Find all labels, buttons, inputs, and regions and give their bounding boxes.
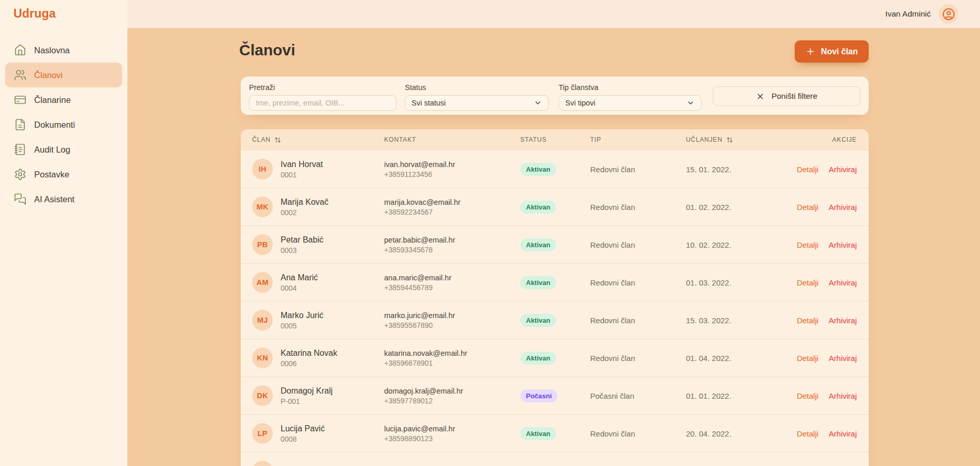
- archive-link[interactable]: Arhiviraj: [829, 392, 857, 400]
- membership-type-select[interactable]: Svi tipovi: [559, 95, 701, 111]
- main-content: Članovi Novi član Pretraži Status Svi st…: [127, 28, 980, 466]
- contact-cell: petar.babic@email.hr +38593345678: [384, 236, 520, 254]
- member-phone: +38595567890: [384, 321, 520, 329]
- new-member-button[interactable]: Novi član: [795, 40, 869, 63]
- status-cell: Aktivan: [520, 163, 590, 176]
- table-body: IH Ivan Horvat 0001 ivan.horvat@email.hr…: [241, 150, 869, 466]
- member-name: Ivan Horvat: [281, 160, 323, 169]
- column-label: UČLANJEN: [686, 136, 723, 143]
- member-phone: +38593345678: [384, 246, 520, 254]
- archive-link[interactable]: Arhiviraj: [829, 240, 857, 249]
- member-id: 0006: [281, 359, 337, 368]
- joined-date-cell: 01. 01. 2022.: [686, 392, 796, 400]
- avatar: DK: [252, 385, 273, 406]
- column-header-kontakt: KONTAKT: [384, 136, 520, 143]
- membership-type-cell: Redovni član: [590, 165, 686, 174]
- actions-cell: Detalji Arhiviraj: [796, 354, 857, 363]
- actions-cell: Detalji Arhiviraj: [796, 240, 857, 249]
- sidebar-item-audit-log[interactable]: Audit Log: [5, 137, 122, 162]
- member-cell: DK Domagoj Kralj P-001: [252, 385, 384, 406]
- archive-link[interactable]: Arhiviraj: [829, 203, 857, 212]
- sidebar-item-clanarine[interactable]: Članarine: [5, 87, 122, 112]
- sidebar-item-ai-asistent[interactable]: AI Asistent: [5, 187, 122, 212]
- user-circle-icon: [942, 8, 955, 21]
- details-link[interactable]: Detalji: [797, 316, 818, 325]
- member-email: marija.kovac@email.hr: [384, 198, 520, 206]
- member-name: Katarina Novak: [281, 349, 337, 358]
- column-header-tip: TIP: [590, 136, 686, 143]
- column-header-clan[interactable]: ČLAN: [252, 136, 384, 143]
- column-label: TIP: [590, 136, 601, 143]
- member-phone: +38597789012: [384, 397, 520, 405]
- column-header-akcije: AKCIJE: [796, 136, 857, 143]
- user-avatar[interactable]: [939, 4, 958, 24]
- table-row: MJ Marko Jurić 0005 marko.juric@email.hr…: [241, 301, 869, 339]
- contact-cell: marko.juric@email.hr +38595567890: [384, 311, 520, 329]
- details-link[interactable]: Detalji: [797, 354, 818, 363]
- column-header-status: STATUS: [520, 136, 590, 143]
- actions-cell: Detalji Arhiviraj: [796, 392, 857, 400]
- table-row: AM Ana Marić 0004 ana.maric@email.hr +38…: [241, 263, 869, 301]
- sidebar-item-naslovna[interactable]: Naslovna: [5, 38, 122, 63]
- member-name: Domagoj Kralj: [281, 386, 332, 396]
- details-link[interactable]: Detalji: [797, 240, 818, 249]
- status-badge: Aktivan: [520, 352, 556, 365]
- details-link[interactable]: Detalji: [797, 392, 818, 400]
- status-cell: Počasni: [520, 389, 590, 402]
- contact-cell: marija.kovac@email.hr +38592234567: [384, 198, 520, 216]
- status-select-value: Svi statusi: [412, 99, 446, 107]
- avatar: [252, 461, 273, 466]
- archive-link[interactable]: Arhiviraj: [829, 165, 857, 174]
- member-id: 0002: [281, 208, 328, 217]
- chevron-down-icon: [534, 99, 542, 107]
- status-label: Status: [405, 83, 549, 92]
- member-cell: MK Marija Kovač 0002: [252, 197, 384, 217]
- sidebar-item-dokumenti[interactable]: Dokumenti: [5, 112, 122, 137]
- table-row: MK Marija Kovač 0002 marija.kovac@email.…: [241, 188, 869, 226]
- filters-panel: Pretraži Status Svi statusi Tip članstva…: [241, 77, 869, 115]
- status-cell: Aktivan: [520, 427, 590, 440]
- search-input[interactable]: [249, 95, 397, 111]
- details-link[interactable]: Detalji: [797, 278, 818, 287]
- avatar: IH: [252, 159, 273, 179]
- member-name: Marija Kovač: [281, 198, 328, 207]
- chat-icon: [14, 193, 26, 205]
- x-icon: [756, 92, 765, 101]
- sort-icon[interactable]: [726, 137, 733, 143]
- status-cell: Aktivan: [520, 238, 590, 251]
- reset-filters-button[interactable]: Poništi filtere: [713, 86, 860, 106]
- table-row: KN Katarina Novak 0006 katarina.novak@em…: [241, 339, 869, 377]
- member-email: lucija.pavic@email.hr: [384, 425, 520, 433]
- archive-link[interactable]: Arhiviraj: [829, 278, 857, 287]
- notebook-icon: [14, 143, 26, 156]
- status-badge: Aktivan: [520, 276, 556, 289]
- archive-link[interactable]: Arhiviraj: [829, 429, 857, 438]
- sidebar-item-label: Dokumenti: [34, 120, 75, 130]
- status-select[interactable]: Svi statusi: [405, 95, 549, 111]
- status-cell: Aktivan: [520, 314, 590, 327]
- details-link[interactable]: Detalji: [797, 203, 818, 212]
- sort-icon[interactable]: [274, 137, 281, 143]
- archive-link[interactable]: Arhiviraj: [829, 316, 857, 325]
- joined-date-cell: 10. 02. 2022.: [686, 240, 796, 249]
- membership-type-cell: Redovni član: [590, 203, 686, 212]
- actions-cell: Detalji Arhiviraj: [796, 165, 857, 174]
- column-header-uclanjen[interactable]: UČLANJEN: [686, 136, 796, 143]
- sidebar-item-label: Naslovna: [34, 46, 70, 55]
- member-id: 0001: [281, 171, 323, 179]
- status-badge: Aktivan: [520, 163, 556, 176]
- member-email: domagoj.kralj@email.hr: [384, 387, 520, 395]
- sidebar-item-postavke[interactable]: Postavke: [5, 162, 122, 187]
- sidebar-item-label: Članovi: [34, 70, 63, 80]
- document-icon: [14, 118, 26, 131]
- status-badge: Počasni: [520, 389, 558, 402]
- page-title: Članovi: [239, 41, 295, 59]
- sidebar-item-clanovi[interactable]: Članovi: [5, 63, 122, 87]
- archive-link[interactable]: Arhiviraj: [829, 354, 857, 363]
- sidebar: Udruga Naslovna Članovi Članarine Dokume…: [0, 0, 127, 466]
- table-row: IH Ivan Horvat 0001 ivan.horvat@email.hr…: [241, 150, 869, 188]
- details-link[interactable]: Detalji: [797, 429, 818, 438]
- details-link[interactable]: Detalji: [797, 165, 818, 174]
- table-row: Filip Lovrić filip.lovric@email.hr: [241, 452, 869, 466]
- user-name: Ivan Adminić: [885, 9, 931, 19]
